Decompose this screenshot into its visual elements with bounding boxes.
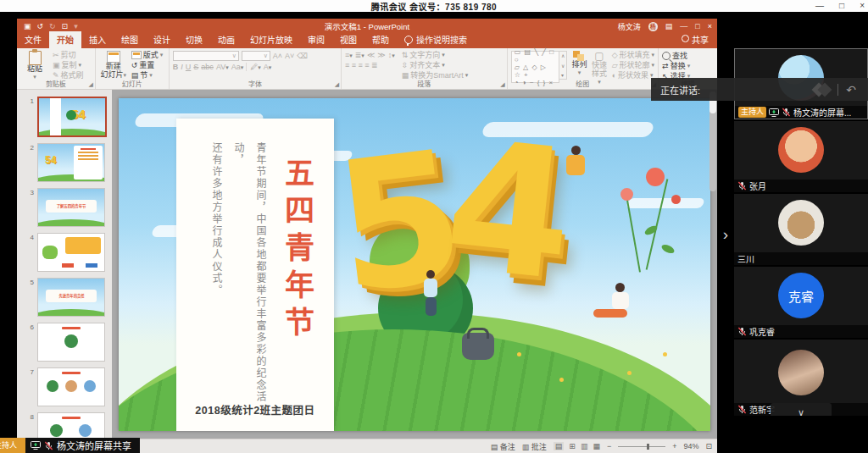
paste-button[interactable]: 粘贴▾ bbox=[20, 51, 49, 81]
video-tile[interactable]: 张月 bbox=[734, 121, 868, 192]
fit-to-window-button[interactable]: ⊡ bbox=[705, 442, 712, 450]
video-tile[interactable]: 克睿 巩克睿 bbox=[734, 267, 868, 338]
reply-arrow-icon[interactable]: ↶ bbox=[846, 83, 856, 97]
shape-outline-button[interactable]: ▱形状轮廓▾ bbox=[612, 61, 654, 69]
cut-button[interactable]: ✂剪切 bbox=[53, 51, 84, 59]
thumbnail-slide-4[interactable] bbox=[37, 233, 105, 272]
thumbnail-slide-3[interactable]: 了解五四的青年节 bbox=[37, 188, 105, 227]
view-normal-button[interactable]: ▤ bbox=[554, 442, 565, 450]
avatar bbox=[778, 200, 824, 246]
view-sorter-button[interactable]: ⊞ bbox=[569, 442, 576, 450]
ppt-minimize-icon[interactable]: — bbox=[680, 22, 687, 30]
tab-file[interactable]: 文件 bbox=[17, 31, 49, 48]
comments-button[interactable]: ▥ 批注 bbox=[522, 441, 547, 452]
char-spacing-button[interactable]: AV▾ bbox=[216, 63, 229, 71]
text-direction-button[interactable]: ⇅文字方向▾ bbox=[402, 51, 469, 59]
zoom-in-button[interactable]: + bbox=[672, 442, 676, 450]
panel-expand-chevron-icon[interactable]: › bbox=[719, 224, 732, 246]
font-dialog-launcher[interactable]: ◢ bbox=[335, 81, 339, 88]
screen-share-icon bbox=[769, 108, 779, 117]
tab-review[interactable]: 审阅 bbox=[300, 31, 332, 48]
italic-button[interactable]: I bbox=[181, 63, 183, 71]
tab-draw[interactable]: 绘图 bbox=[114, 31, 146, 48]
tab-transitions[interactable]: 切换 bbox=[178, 31, 210, 48]
tab-insert[interactable]: 插入 bbox=[81, 31, 114, 48]
tab-home[interactable]: 开始 bbox=[49, 31, 81, 48]
highlight-button[interactable]: 🖉▾ bbox=[246, 63, 261, 71]
ribbon-options-icon[interactable]: ▤ bbox=[665, 22, 673, 30]
share-button[interactable]: 共享 bbox=[682, 33, 709, 46]
numbering-button[interactable]: ≣▾ bbox=[355, 51, 364, 59]
screen-share-icon bbox=[31, 441, 41, 450]
participant-name: 巩克睿 bbox=[749, 325, 775, 338]
host-badge: 主持人 bbox=[738, 107, 766, 118]
thumbnail-slide-1[interactable]: 54 bbox=[37, 97, 107, 137]
tab-slideshow[interactable]: 幻灯片放映 bbox=[242, 31, 300, 48]
grow-font-button[interactable]: A˄ bbox=[273, 52, 282, 60]
new-slide-icon bbox=[107, 51, 120, 63]
screen-share-overlay: 主持人 杨文涛的屏幕共享 bbox=[0, 438, 140, 453]
shrink-font-button[interactable]: A˅ bbox=[285, 52, 294, 60]
layout-button[interactable]: 版式▾ bbox=[131, 51, 164, 59]
thumbnail-slide-2[interactable]: 54 bbox=[37, 143, 105, 182]
canvas-scrollbar[interactable] bbox=[709, 91, 716, 191]
view-reading-button[interactable]: ▥ bbox=[581, 442, 588, 450]
tellme-search[interactable]: 操作说明搜索 bbox=[397, 31, 475, 48]
zoom-level[interactable]: 94% bbox=[683, 442, 698, 450]
notes-button[interactable]: ▤ 备注 bbox=[491, 441, 515, 452]
mic-muted-icon bbox=[737, 405, 747, 414]
current-slide[interactable]: 54 bbox=[119, 98, 710, 431]
clipboard-dialog-launcher[interactable]: ◢ bbox=[88, 81, 92, 88]
shadow-button[interactable]: abc bbox=[201, 63, 214, 71]
thumbnail-slide-6[interactable] bbox=[37, 323, 105, 362]
new-slide-button[interactable]: 新建 幻灯片▾ bbox=[99, 51, 128, 81]
backpack bbox=[462, 333, 494, 360]
ppt-user-avatar[interactable]: 杨 bbox=[648, 22, 658, 31]
underline-button[interactable]: U bbox=[186, 63, 192, 71]
align-text-button[interactable]: ⇳对齐文本▾ bbox=[402, 61, 469, 69]
shape-fill-button[interactable]: ◇形状填充▾ bbox=[612, 51, 654, 59]
tab-view[interactable]: 视图 bbox=[332, 31, 364, 48]
person-standing bbox=[424, 270, 437, 316]
bold-button[interactable]: B bbox=[173, 63, 179, 71]
replace-button[interactable]: ⇄替换▾ bbox=[662, 62, 714, 70]
line-spacing-button[interactable]: ↕▾ bbox=[388, 51, 395, 59]
speaking-indicator: 正在讲话: ↶ bbox=[651, 78, 868, 101]
find-button[interactable]: 查找 bbox=[662, 52, 714, 60]
tab-help[interactable]: 帮助 bbox=[364, 31, 397, 48]
fill-icon: ◇ bbox=[612, 51, 618, 59]
indent-button[interactable]: ≫ bbox=[377, 51, 385, 59]
align-buttons[interactable]: ≡ ≡ ≡ ≡ ≣ bbox=[345, 61, 395, 69]
thumbnail-slide-5[interactable]: 先进青年的责任 bbox=[37, 278, 105, 317]
zoom-slider[interactable] bbox=[618, 446, 665, 447]
view-slideshow-button[interactable]: ▦ bbox=[593, 442, 600, 450]
zoom-out-button[interactable]: − bbox=[607, 442, 611, 450]
ribbon-tab-row: 文件 开始 插入 绘图 设计 切换 动画 幻灯片放映 审阅 视图 帮助 操作说明… bbox=[17, 34, 717, 48]
tab-animations[interactable]: 动画 bbox=[210, 31, 242, 48]
font-size-select[interactable]: ∨ bbox=[242, 51, 270, 61]
strike-button[interactable]: S bbox=[193, 63, 198, 71]
avatar bbox=[778, 350, 824, 395]
clear-format-button[interactable]: ⌫ bbox=[297, 52, 308, 60]
ppt-close-icon[interactable]: × bbox=[708, 22, 712, 30]
copy-icon: ▣ bbox=[53, 61, 60, 69]
bullets-button[interactable]: ≡▾ bbox=[345, 51, 353, 59]
tab-design[interactable]: 设计 bbox=[146, 31, 178, 48]
reset-button[interactable]: ↺重置 bbox=[131, 61, 164, 69]
font-color-button[interactable]: A▾ bbox=[264, 63, 272, 71]
outdent-button[interactable]: ≪ bbox=[367, 51, 375, 59]
video-tile[interactable]: 范新宇 ∨ bbox=[734, 340, 868, 416]
participant-name: 张月 bbox=[749, 180, 766, 192]
avatar bbox=[778, 127, 824, 173]
paragraph-dialog-launcher[interactable]: ◢ bbox=[500, 81, 504, 88]
change-case-button[interactable]: Aa▾ bbox=[231, 63, 244, 71]
shapes-scroll[interactable]: ∧∨▾ bbox=[559, 51, 567, 80]
thumbnail-slide-7[interactable] bbox=[37, 367, 105, 406]
thumbnail-slide-8[interactable] bbox=[37, 412, 105, 439]
copy-button[interactable]: ▣复制▾ bbox=[53, 61, 84, 69]
ppt-restore-icon[interactable]: □ bbox=[695, 22, 699, 30]
video-tile[interactable]: 三川 bbox=[734, 194, 868, 265]
font-name-select[interactable]: ∨ bbox=[173, 51, 239, 61]
mic-muted-icon bbox=[737, 181, 747, 191]
collapse-panel-button[interactable]: ∨ bbox=[771, 403, 832, 416]
